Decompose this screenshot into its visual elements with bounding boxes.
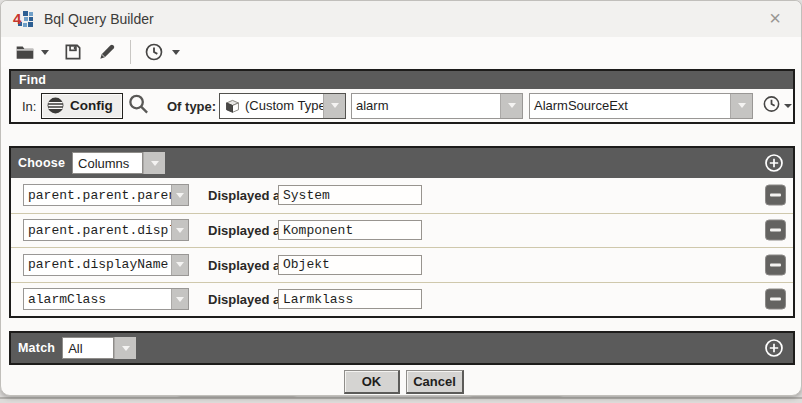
station-database-icon	[46, 96, 65, 115]
search-icon[interactable]	[127, 92, 150, 119]
scope-config-button[interactable]: Config	[41, 93, 123, 119]
edit-pencil-icon[interactable]	[96, 41, 118, 63]
choose-header-title: Choose	[18, 156, 65, 170]
displayed-as-input[interactable]	[278, 185, 422, 205]
add-match-condition-icon[interactable]	[764, 338, 784, 358]
column-row: parent.parent.parent. Displayed as:	[11, 178, 793, 213]
match-header: Match All	[11, 333, 793, 363]
niagara-logo-icon: 4	[14, 9, 34, 29]
dropdown-arrow-icon	[122, 346, 130, 351]
toolbar	[1, 37, 801, 67]
displayed-as-input[interactable]	[278, 289, 422, 309]
ok-button[interactable]: OK	[344, 370, 400, 394]
scope-config-label: Config	[70, 98, 113, 113]
column-row: alarmClass Displayed as:	[11, 282, 793, 317]
field-select[interactable]: parent.parent.display	[23, 219, 189, 241]
field-select-dropdown-button[interactable]	[171, 255, 188, 275]
match-panel: Match All	[9, 331, 795, 365]
module-select-dropdown-button[interactable]	[500, 94, 522, 118]
module-select[interactable]: alarm	[351, 93, 523, 119]
type-select-dropdown-button[interactable]	[323, 94, 345, 118]
field-select[interactable]: parent.displayName	[23, 254, 189, 276]
column-row: parent.displayName Displayed as:	[11, 247, 793, 282]
dialog-title: Bql Query Builder	[44, 11, 154, 27]
dropdown-arrow-icon	[176, 193, 184, 198]
choose-mode-value: Columns	[72, 152, 143, 174]
titlebar[interactable]: 4 Bql Query Builder ×	[1, 1, 801, 37]
field-select-value: parent.displayName	[24, 255, 171, 275]
displayed-as-input[interactable]	[278, 220, 422, 240]
find-header-title: Find	[19, 73, 46, 87]
field-select[interactable]: alarmClass	[23, 288, 189, 310]
displayed-as-input[interactable]	[278, 255, 422, 275]
background-window-edge	[0, 397, 802, 399]
bql-query-builder-dialog: 4 Bql Query Builder × Find In:	[0, 0, 802, 396]
dropdown-arrow-icon	[151, 161, 159, 166]
dropdown-arrow-icon	[176, 297, 184, 302]
cancel-button[interactable]: Cancel	[406, 370, 464, 394]
field-select-dropdown-button[interactable]	[171, 185, 188, 205]
field-select-value: parent.parent.display	[24, 220, 171, 240]
dropdown-arrow-icon	[176, 228, 184, 233]
match-mode-select[interactable]: All	[62, 337, 136, 359]
type-select-value: (Custom Type)	[245, 98, 323, 113]
dropdown-arrow-icon	[738, 103, 746, 108]
find-history-clock-icon[interactable]	[762, 94, 781, 117]
find-history-caret-icon[interactable]	[784, 104, 792, 108]
remove-column-icon[interactable]	[765, 254, 786, 275]
history-clock-icon[interactable]	[143, 41, 165, 63]
dropdown-arrow-icon	[331, 103, 339, 108]
class-select[interactable]: AlarmSourceExt	[529, 93, 753, 119]
of-type-label: Of type:	[167, 98, 216, 113]
module-select-value: alarm	[352, 94, 500, 118]
open-dropdown-caret-icon[interactable]	[41, 50, 49, 55]
choose-mode-dropdown-button[interactable]	[143, 152, 165, 174]
find-panel: Find In: Config Of type:	[9, 69, 795, 124]
choose-panel: Choose Columns parent.parent.parent. Dis…	[9, 146, 795, 318]
toolbar-separator	[130, 40, 131, 64]
class-select-value: AlarmSourceExt	[530, 94, 730, 118]
class-select-dropdown-button[interactable]	[730, 94, 752, 118]
remove-column-icon[interactable]	[765, 289, 786, 310]
field-select[interactable]: parent.parent.parent.	[23, 184, 189, 206]
open-folder-icon[interactable]	[14, 41, 36, 63]
save-icon[interactable]	[62, 41, 84, 63]
find-header: Find	[11, 71, 793, 89]
find-body: In: Config Of type:	[11, 89, 793, 122]
remove-column-icon[interactable]	[765, 220, 786, 241]
field-select-dropdown-button[interactable]	[171, 289, 188, 309]
column-row: parent.parent.display Displayed as:	[11, 213, 793, 248]
choose-mode-select[interactable]: Columns	[72, 152, 165, 174]
in-label: In:	[22, 98, 36, 113]
history-dropdown-caret-icon[interactable]	[172, 50, 180, 55]
field-select-value: parent.parent.parent.	[24, 185, 171, 205]
field-select-dropdown-button[interactable]	[171, 220, 188, 240]
cube-icon	[224, 97, 241, 114]
dropdown-arrow-icon	[508, 103, 516, 108]
add-column-icon[interactable]	[764, 153, 784, 173]
remove-column-icon[interactable]	[765, 185, 786, 206]
match-header-title: Match	[18, 341, 55, 355]
close-icon[interactable]: ×	[769, 8, 781, 28]
dropdown-arrow-icon	[176, 262, 184, 267]
match-mode-value: All	[62, 337, 114, 359]
match-mode-dropdown-button[interactable]	[114, 337, 136, 359]
field-select-value: alarmClass	[24, 289, 171, 309]
type-select[interactable]: (Custom Type)	[219, 93, 346, 119]
choose-header: Choose Columns	[11, 148, 793, 178]
